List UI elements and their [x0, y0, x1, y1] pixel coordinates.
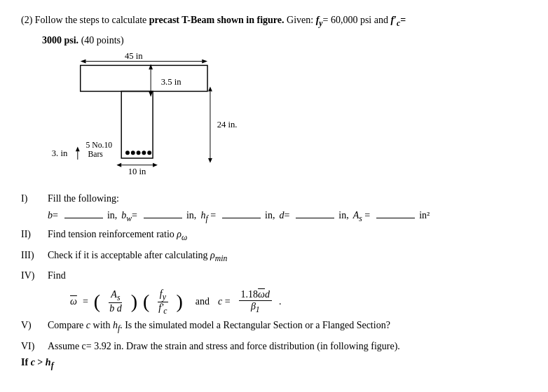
section-i-row: I) Fill the following: — [21, 191, 527, 206]
section-iii-text: Check if it is acceptable after calculat… — [48, 248, 527, 265]
svg-point-26 — [142, 151, 146, 155]
svg-marker-6 — [149, 92, 153, 97]
c-equals: c = — [218, 296, 231, 307]
bd-den: b d — [107, 303, 124, 314]
fy-text: fy — [316, 13, 323, 29]
bw-blank — [144, 218, 182, 218]
fraction-fy-fc: fy f′c — [155, 288, 170, 316]
roman-i: I) — [21, 191, 48, 206]
fraction-as-bd: As b d — [106, 289, 125, 314]
omega-label: ω — [70, 296, 77, 307]
section-iv-text: Find — [48, 268, 527, 284]
fc-den: f′c — [156, 302, 169, 316]
left-bracket-2: ( — [143, 292, 149, 312]
if-label: If c > hf — [21, 357, 54, 368]
right-bracket-1: ) — [131, 292, 137, 312]
right-bracket-2: ) — [176, 292, 182, 312]
bold-instruction: precast T-Beam shown in figure. — [149, 13, 285, 29]
svg-text:3.5 in: 3.5 in — [161, 77, 182, 87]
instruction-text: Follow the steps to calculate — [35, 13, 146, 29]
svg-point-25 — [137, 151, 141, 155]
fc-text: f′c — [390, 13, 400, 29]
svg-marker-2 — [202, 59, 207, 64]
fc-val2: 3000 psi. (40 points) — [42, 35, 527, 46]
d-blank — [296, 218, 334, 218]
formula-area: ω = ( As b d ) ( fy f′c ) and c = 1.18ωd… — [70, 288, 527, 316]
svg-marker-15 — [116, 163, 121, 167]
b-blank — [64, 218, 103, 218]
svg-text:Bars: Bars — [88, 150, 103, 159]
c-num: 1.18ωd — [239, 289, 272, 301]
roman-vi: VI) — [21, 339, 48, 354]
c-den: β1 — [249, 301, 262, 314]
svg-point-27 — [147, 151, 151, 155]
in1: in, — [107, 210, 117, 221]
section-vi-row: VI) Assume c= 3.92 in. Draw the strain a… — [21, 339, 527, 354]
svg-marker-1 — [81, 59, 86, 64]
section-v-text: Compare c with hf. Is the simulated mode… — [48, 318, 527, 335]
fc-val: = — [400, 13, 406, 29]
problem-header: (2) Follow the steps to calculate precas… — [21, 13, 527, 29]
as-label: As = — [353, 210, 371, 223]
figure-area: 45 in 3.5 in 24 in. 10 in 3. in — [42, 49, 527, 186]
svg-text:3. in: 3. in — [52, 148, 68, 158]
d-label: d= — [279, 210, 289, 221]
section-i-text: Fill the following: — [48, 191, 527, 206]
c-dot: . — [279, 296, 282, 307]
roman-iii: III) — [21, 248, 48, 263]
in5: in² — [419, 210, 430, 221]
svg-marker-19 — [76, 147, 80, 152]
fill-row: b= in, bw= in, hf = in, d= in, As = in² — [48, 210, 527, 223]
svg-rect-9 — [121, 92, 153, 159]
beam-diagram: 45 in 3.5 in 24 in. 10 in 3. in — [42, 49, 266, 186]
given-label: Given: — [287, 13, 313, 29]
equals-sign: = — [83, 296, 88, 307]
in2: in, — [186, 210, 196, 221]
fy-num: fy — [158, 288, 168, 302]
svg-text:10 in: 10 in — [128, 167, 146, 177]
section-ii-text: Find tension reinforcement ratio ρω — [48, 227, 527, 244]
fraction-as: As b d — [107, 289, 124, 314]
in3: in, — [265, 210, 275, 221]
section-iv-row: IV) Find — [21, 268, 527, 284]
roman-v: V) — [21, 318, 48, 333]
bw-label: bw= — [121, 210, 137, 223]
roman-ii: II) — [21, 227, 48, 242]
svg-point-23 — [125, 151, 130, 155]
as-num: As — [109, 289, 122, 303]
hf-blank — [222, 218, 261, 218]
and-label: and — [196, 296, 210, 307]
section-ii-row: II) Find tension reinforcement ratio ρω — [21, 227, 527, 244]
section-vi-text: Assume c= 3.92 in. Draw the strain and s… — [48, 339, 527, 354]
svg-point-24 — [131, 151, 135, 155]
left-bracket: ( — [94, 292, 100, 312]
svg-marker-12 — [208, 158, 212, 163]
footer: If c > hf — [21, 357, 527, 370]
svg-text:45 in: 45 in — [125, 51, 143, 61]
in4: in, — [338, 210, 348, 221]
hf-label: hf = — [200, 210, 216, 223]
as-blank — [376, 218, 415, 218]
b-label: b= — [48, 210, 58, 221]
fy-val: = 60,000 psi and — [323, 13, 388, 29]
svg-text:5 No.10: 5 No.10 — [86, 141, 113, 150]
svg-marker-5 — [149, 64, 153, 70]
section-iii-row: III) Check if it is acceptable after cal… — [21, 248, 527, 265]
roman-iv: IV) — [21, 268, 48, 284]
fraction-fy: fy f′c — [156, 288, 169, 316]
svg-marker-11 — [208, 87, 212, 92]
c-fraction: 1.18ωd β1 — [239, 289, 272, 314]
svg-rect-8 — [81, 66, 207, 92]
section-v-row: V) Compare c with hf. Is the simulated m… — [21, 318, 527, 335]
svg-marker-16 — [153, 163, 158, 167]
svg-text:24 in.: 24 in. — [217, 120, 238, 130]
problem-number: (2) — [21, 13, 32, 29]
